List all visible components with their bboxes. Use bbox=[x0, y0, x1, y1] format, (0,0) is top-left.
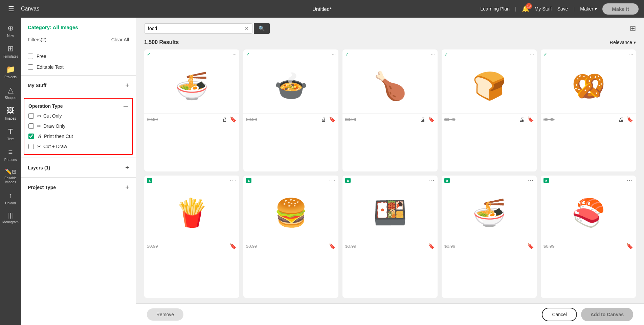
grid-view-button[interactable]: ⊞ bbox=[630, 24, 636, 33]
hamburger-menu-icon[interactable]: ☰ bbox=[5, 3, 17, 14]
card-bookmark-button[interactable]: 🔖 bbox=[230, 116, 237, 123]
sidebar-item-templates[interactable]: ⊞ Templates bbox=[0, 41, 21, 62]
maker-label: Maker bbox=[580, 6, 593, 12]
sidebar-item-projects[interactable]: 📁 Projects bbox=[0, 62, 21, 82]
card-bookmark-button[interactable]: 🔖 bbox=[428, 243, 435, 249]
draw-only-checkbox[interactable] bbox=[28, 123, 34, 129]
templates-icon: ⊞ bbox=[7, 44, 14, 53]
my-stuff-section[interactable]: My Stuff + bbox=[21, 78, 136, 92]
remove-button[interactable]: Remove bbox=[147, 308, 183, 321]
card-bookmark-button[interactable]: 🔖 bbox=[230, 243, 237, 249]
sidebar-item-new[interactable]: ⊕ New bbox=[0, 20, 21, 41]
app-title: Canvas bbox=[21, 6, 39, 12]
chevron-down-icon: ▾ bbox=[595, 6, 597, 12]
card-image-4[interactable]: 🍞 bbox=[442, 59, 537, 113]
card-image-9[interactable]: 🍜 bbox=[442, 186, 537, 240]
operation-type-collapse-icon[interactable]: — bbox=[124, 103, 128, 109]
sidebar-item-upload[interactable]: ↑ Upload bbox=[0, 188, 21, 208]
free-checkbox[interactable] bbox=[28, 54, 33, 59]
filter-cut-only[interactable]: ✂ Cut Only bbox=[24, 111, 132, 121]
search-input[interactable] bbox=[148, 26, 242, 31]
editable-text-checkbox[interactable] bbox=[28, 64, 33, 70]
sidebar-item-label: Projects bbox=[4, 75, 17, 79]
sidebar-item-label: Shapes bbox=[5, 96, 16, 100]
filter-panel: Category: All Images Filters(2) Clear Al… bbox=[21, 18, 136, 325]
card-image-1[interactable]: 🍜 bbox=[144, 59, 239, 113]
make-it-button[interactable]: Make It bbox=[602, 3, 639, 15]
card-bookmark-button[interactable]: 🔖 bbox=[626, 116, 633, 123]
card-action-btns: 🔖 bbox=[329, 243, 336, 249]
my-stuff-link[interactable]: My Stuff bbox=[535, 6, 552, 12]
card-bookmark-button[interactable]: 🔖 bbox=[428, 116, 435, 123]
project-type-section[interactable]: Project Type + bbox=[21, 180, 136, 194]
save-button[interactable]: Save bbox=[557, 6, 568, 12]
card-more-button[interactable]: ··· bbox=[230, 178, 237, 184]
sidebar-item-shapes[interactable]: △ Shapes bbox=[0, 82, 21, 103]
card-bookmark-button[interactable]: 🔖 bbox=[527, 243, 534, 249]
sidebar-item-label: Images bbox=[5, 117, 16, 120]
card-more-button[interactable]: ··· bbox=[627, 178, 633, 184]
card-print-button[interactable]: 🖨 bbox=[519, 116, 525, 123]
image-card: ✓ ··· 🥨 $0.99 🖨 🔖 bbox=[541, 49, 636, 171]
print-then-cut-icon: 🖨 bbox=[37, 134, 42, 139]
image-card: ✓ ··· 🍲 $0.99 🖨 🔖 bbox=[243, 49, 338, 171]
sidebar-item-label: Editable Images bbox=[3, 176, 18, 184]
card-bottom: $0.99 🖨 🔖 bbox=[442, 113, 537, 125]
layers-section[interactable]: Layers (1) + bbox=[21, 161, 136, 175]
relevance-sort-button[interactable]: Relevance ▾ bbox=[610, 40, 636, 45]
card-more-button[interactable]: ··· bbox=[428, 178, 435, 184]
filter-cut-draw[interactable]: ✂ Cut + Draw bbox=[24, 141, 132, 151]
card-bottom: $0.99 🔖 bbox=[243, 240, 338, 252]
card-more-button[interactable]: ··· bbox=[528, 178, 534, 184]
images-grid: ✓ ··· 🍜 $0.99 🖨 🔖 ✓ ··· 🍲 bbox=[136, 49, 644, 325]
card-print-button[interactable]: 🖨 bbox=[222, 116, 227, 123]
card-action-btns: 🖨 🔖 bbox=[519, 116, 534, 123]
clear-all-button[interactable]: Clear All bbox=[111, 37, 129, 42]
card-image-6[interactable]: 🍟 bbox=[144, 186, 239, 240]
search-wrap: ✕ 🔍 bbox=[144, 23, 270, 34]
card-bookmark-button[interactable]: 🔖 bbox=[329, 243, 336, 249]
card-bookmark-button[interactable]: 🔖 bbox=[527, 116, 534, 123]
card-print-button[interactable]: 🖨 bbox=[420, 116, 425, 123]
card-image-7[interactable]: 🍔 bbox=[243, 186, 338, 240]
card-action-btns: 🖨 🔖 bbox=[420, 116, 435, 123]
filter-editable-text[interactable]: Editable Text bbox=[21, 62, 136, 73]
print-then-cut-checkbox[interactable] bbox=[28, 134, 34, 139]
card-image-5[interactable]: 🥨 bbox=[541, 59, 636, 113]
filters-header: Filters(2) Clear All bbox=[21, 34, 136, 45]
card-price: $0.99 bbox=[444, 244, 456, 249]
card-bookmark-button[interactable]: 🔖 bbox=[626, 243, 633, 249]
cancel-button[interactable]: Cancel bbox=[542, 308, 577, 321]
card-image-2[interactable]: 🍲 bbox=[243, 59, 338, 113]
card-image-8[interactable]: 🍱 bbox=[342, 186, 438, 240]
add-to-canvas-button[interactable]: Add to Canvas bbox=[581, 308, 633, 321]
cut-only-checkbox[interactable] bbox=[28, 113, 34, 119]
search-button[interactable]: 🔍 bbox=[254, 23, 270, 34]
filter-print-then-cut[interactable]: 🖨 Print then Cut bbox=[24, 131, 132, 141]
cut-draw-checkbox[interactable] bbox=[28, 144, 34, 149]
card-more-icon: ··· bbox=[232, 52, 237, 57]
filter-draw-only[interactable]: ✏ Draw Only bbox=[24, 121, 132, 131]
sidebar-item-text[interactable]: T Text bbox=[0, 124, 21, 144]
card-bookmark-button[interactable]: 🔖 bbox=[329, 116, 336, 123]
learning-plan-link[interactable]: Learning Plan bbox=[481, 6, 510, 12]
sidebar-item-images[interactable]: 🖼 Images bbox=[0, 103, 21, 124]
results-count: 1,500 Results bbox=[144, 39, 179, 45]
notification-bell[interactable]: 🔔 19 bbox=[522, 5, 529, 13]
bottom-right-buttons: Cancel Add to Canvas bbox=[542, 308, 633, 321]
maker-dropdown[interactable]: Maker ▾ bbox=[580, 6, 597, 12]
filter-free[interactable]: Free bbox=[21, 51, 136, 62]
sidebar-item-editable-images[interactable]: ✏️⊞ Editable Images bbox=[0, 165, 21, 188]
card-print-button[interactable]: 🖨 bbox=[321, 116, 326, 123]
search-clear-icon[interactable]: ✕ bbox=[245, 26, 249, 31]
sidebar-item-phrases[interactable]: ≡ Phrases bbox=[0, 144, 21, 165]
cut-only-label: ✂ Cut Only bbox=[37, 113, 62, 119]
card-more-button[interactable]: ··· bbox=[329, 178, 336, 184]
sidebar-item-monogram[interactable]: ||| Monogram bbox=[0, 208, 21, 227]
card-price: $0.99 bbox=[147, 117, 158, 122]
card-image-10[interactable]: 🍣 bbox=[541, 186, 636, 240]
draw-only-label: ✏ Draw Only bbox=[37, 123, 65, 129]
card-image-3[interactable]: 🍗 bbox=[342, 59, 438, 113]
card-print-button[interactable]: 🖨 bbox=[618, 116, 624, 123]
image-card: ✓ ··· 🍞 $0.99 🖨 🔖 bbox=[442, 49, 537, 171]
